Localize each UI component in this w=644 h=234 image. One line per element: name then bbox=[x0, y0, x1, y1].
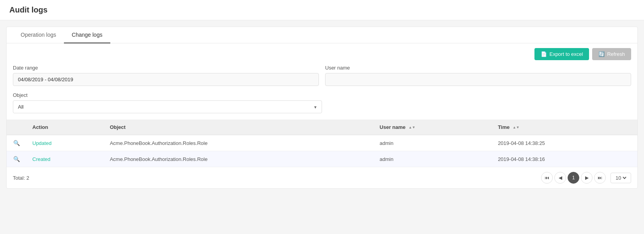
page-header: Audit logs bbox=[0, 0, 644, 20]
time-sort-icon: ▲▼ bbox=[513, 126, 520, 129]
first-page-button[interactable]: ⏮ bbox=[541, 172, 553, 184]
date-range-label: Date range bbox=[13, 65, 319, 71]
username-sort-icon: ▲▼ bbox=[409, 126, 416, 129]
date-range-filter: Date range bbox=[13, 65, 319, 86]
col-object: Object bbox=[104, 120, 373, 135]
col-action: Action bbox=[26, 120, 104, 135]
row2-search-button[interactable]: 🔍 bbox=[13, 156, 20, 162]
export-icon: 📄 bbox=[541, 51, 547, 57]
filters-top-row: Date range User name bbox=[13, 65, 631, 86]
row1-username: admin bbox=[373, 135, 492, 151]
row1-search-button[interactable]: 🔍 bbox=[13, 140, 20, 146]
row1-time: 2019-04-08 14:38:25 bbox=[492, 135, 637, 151]
table-header: Action Object User name ▲▼ Time ▲▼ bbox=[7, 120, 637, 135]
refresh-button[interactable]: 🔄 Refresh bbox=[592, 48, 631, 60]
next-page-button[interactable]: ▶ bbox=[581, 172, 593, 184]
tab-change-logs[interactable]: Change logs bbox=[64, 27, 110, 43]
page-1-button[interactable]: 1 bbox=[568, 172, 579, 184]
tab-operation-logs[interactable]: Operation logs bbox=[13, 27, 64, 43]
table-row: 🔍 Updated Acme.PhoneBook.Authorization.R… bbox=[7, 135, 637, 151]
last-page-button[interactable]: ⏭ bbox=[594, 172, 606, 184]
main-content: Operation logs Change logs 📄 Export to e… bbox=[6, 27, 638, 189]
col-time[interactable]: Time ▲▼ bbox=[492, 120, 637, 135]
filters-section: Date range User name Object All bbox=[7, 65, 637, 120]
prev-page-button[interactable]: ◀ bbox=[554, 172, 566, 184]
username-filter: User name bbox=[325, 65, 631, 86]
object-filter: Object All bbox=[13, 92, 322, 113]
tabs-container: Operation logs Change logs bbox=[7, 27, 637, 43]
row1-icon-cell: 🔍 bbox=[7, 135, 26, 151]
object-label: Object bbox=[13, 92, 322, 98]
object-select[interactable]: All bbox=[13, 100, 322, 113]
page-title: Audit logs bbox=[9, 5, 635, 14]
page-size-selector: 10 20 50 bbox=[610, 173, 631, 183]
refresh-icon: 🔄 bbox=[598, 51, 605, 57]
row1-object: Acme.PhoneBook.Authorization.Roles.Role bbox=[104, 135, 373, 151]
col-icon bbox=[7, 120, 26, 135]
pagination: ⏮ ◀ 1 ▶ ⏭ 10 20 50 bbox=[541, 172, 631, 184]
row2-username: admin bbox=[373, 151, 492, 167]
row2-time: 2019-04-08 14:38:16 bbox=[492, 151, 637, 167]
username-input[interactable] bbox=[325, 73, 631, 86]
toolbar: 📄 Export to excel 🔄 Refresh bbox=[7, 43, 637, 65]
table-body: 🔍 Updated Acme.PhoneBook.Authorization.R… bbox=[7, 135, 637, 167]
row2-icon-cell: 🔍 bbox=[7, 151, 26, 167]
date-range-input[interactable] bbox=[13, 73, 319, 86]
table-footer: Total: 2 ⏮ ◀ 1 ▶ ⏭ 10 20 50 bbox=[7, 167, 637, 188]
col-username[interactable]: User name ▲▼ bbox=[373, 120, 492, 135]
username-label: User name bbox=[325, 65, 631, 71]
table-container: Action Object User name ▲▼ Time ▲▼ bbox=[7, 120, 637, 167]
object-select-wrapper: All bbox=[13, 100, 322, 113]
page-size-select[interactable]: 10 20 50 bbox=[614, 175, 628, 181]
total-count: Total: 2 bbox=[13, 175, 29, 181]
row1-action: Updated bbox=[26, 135, 104, 151]
audit-table: Action Object User name ▲▼ Time ▲▼ bbox=[7, 120, 637, 167]
row2-object: Acme.PhoneBook.Authorization.Roles.Role bbox=[104, 151, 373, 167]
table-row: 🔍 Created Acme.PhoneBook.Authorization.R… bbox=[7, 151, 637, 167]
row2-action: Created bbox=[26, 151, 104, 167]
export-button[interactable]: 📄 Export to excel bbox=[534, 48, 589, 60]
